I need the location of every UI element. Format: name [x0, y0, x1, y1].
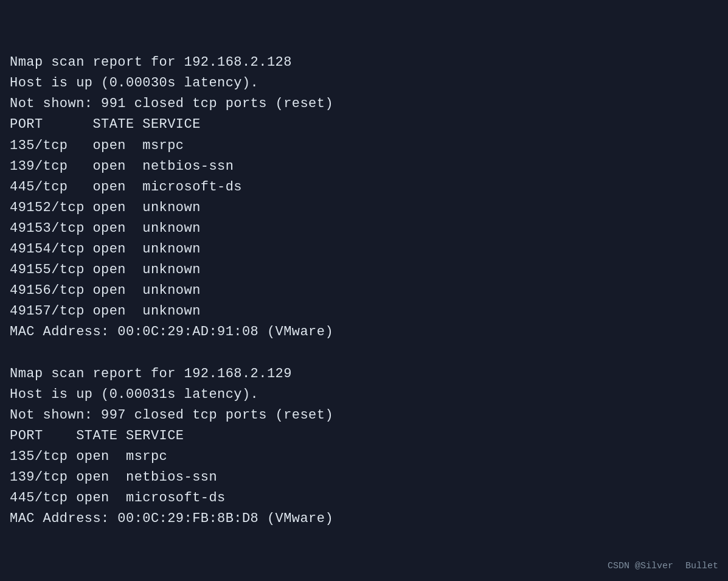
terminal-line: PORT STATE SERVICE	[10, 114, 718, 135]
terminal-line: 139/tcp open netbios-ssn	[10, 467, 718, 488]
terminal-line: Host is up (0.00031s latency).	[10, 384, 718, 405]
blank-line	[10, 343, 718, 364]
terminal-line: 445/tcp open microsoft-ds	[10, 177, 718, 198]
terminal-line: 49153/tcp open unknown	[10, 218, 718, 239]
terminal-line: Nmap scan report for 192.168.2.128	[10, 52, 718, 73]
watermark-site: CSDN @Silver	[608, 561, 673, 571]
terminal-line: 49155/tcp open unknown	[10, 260, 718, 280]
terminal-line: Nmap scan report for 192.168.2.129	[10, 364, 718, 384]
terminal-line: 49154/tcp open unknown	[10, 239, 718, 260]
terminal-window: Nmap scan report for 192.168.2.128Host i…	[0, 0, 728, 581]
terminal-line: 135/tcp open msrpc	[10, 136, 718, 156]
terminal-line: PORT STATE SERVICE	[10, 426, 718, 447]
terminal-line: Not shown: 997 closed tcp ports (reset)	[10, 405, 718, 426]
terminal-line: 445/tcp open microsoft-ds	[10, 488, 718, 509]
terminal-line: 135/tcp open msrpc	[10, 447, 718, 467]
terminal-line: Host is up (0.00030s latency).	[10, 73, 718, 94]
terminal-line: MAC Address: 00:0C:29:AD:91:08 (VMware)	[10, 322, 718, 343]
terminal-line: MAC Address: 00:0C:29:FB:8B:D8 (VMware)	[10, 509, 718, 529]
terminal-line: 49157/tcp open unknown	[10, 301, 718, 322]
terminal-line: Not shown: 991 closed tcp ports (reset)	[10, 94, 718, 114]
terminal-line: 49156/tcp open unknown	[10, 280, 718, 301]
terminal-line: 139/tcp open netbios-ssn	[10, 156, 718, 177]
watermark-label: Bullet	[685, 561, 718, 571]
watermark: CSDN @Silver Bullet	[608, 561, 718, 571]
terminal-output: Nmap scan report for 192.168.2.128Host i…	[10, 11, 718, 529]
terminal-line: 49152/tcp open unknown	[10, 198, 718, 218]
